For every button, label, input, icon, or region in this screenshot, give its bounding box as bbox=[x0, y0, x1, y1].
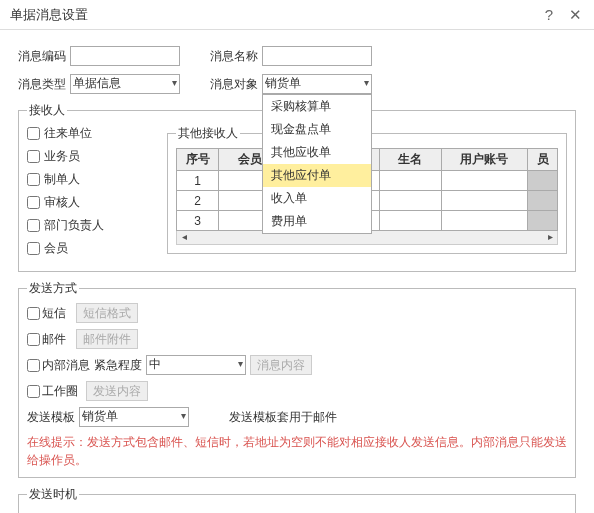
dropdown-option[interactable]: 现金盘点单 bbox=[263, 118, 371, 141]
mail-label: 邮件 bbox=[42, 331, 72, 348]
dialog-window: 单据消息设置 ? ✕ 消息编码 消息名称 消息类型 单据信息 ▾ bbox=[0, 0, 594, 513]
recipients-legend: 接收人 bbox=[27, 102, 67, 119]
recipient-label: 审核人 bbox=[44, 194, 80, 211]
recipient-checkbox[interactable] bbox=[27, 196, 40, 209]
workcircle-content-button[interactable]: 发送内容 bbox=[86, 381, 148, 401]
target-select-value: 销货单 bbox=[265, 76, 301, 90]
sms-checkbox[interactable] bbox=[27, 307, 40, 320]
recipient-checkbox[interactable] bbox=[27, 219, 40, 232]
type-select-value: 单据信息 bbox=[73, 76, 121, 90]
sms-label: 短信 bbox=[42, 305, 72, 322]
mail-attachment-button[interactable]: 邮件附件 bbox=[76, 329, 138, 349]
template-label: 发送模板 bbox=[27, 409, 79, 426]
chevron-down-icon: ▾ bbox=[364, 77, 369, 88]
template-select[interactable]: 销货单 ▾ bbox=[79, 407, 189, 427]
content-area: 消息编码 消息名称 消息类型 单据信息 ▾ 消息对象 销货单 ▾ bbox=[0, 30, 594, 513]
send-timing-legend: 发送时机 bbox=[27, 486, 79, 503]
dropdown-option[interactable]: 采购核算单 bbox=[263, 95, 371, 118]
type-label: 消息类型 bbox=[18, 76, 70, 93]
other-recipients-legend: 其他接收人 bbox=[176, 125, 240, 142]
recipient-label: 部门负责人 bbox=[44, 217, 104, 234]
chevron-down-icon: ▾ bbox=[172, 77, 177, 88]
table-header: 员 bbox=[528, 149, 558, 171]
recipient-checkbox[interactable] bbox=[27, 150, 40, 163]
scroll-left-icon[interactable]: ◂ bbox=[177, 231, 191, 244]
workcircle-checkbox[interactable] bbox=[27, 385, 40, 398]
table-header: 序号 bbox=[177, 149, 219, 171]
dropdown-option[interactable]: 其他应收单 bbox=[263, 141, 371, 164]
recipient-checkbox[interactable] bbox=[27, 242, 40, 255]
internal-checkbox[interactable] bbox=[27, 359, 40, 372]
scroll-right-icon[interactable]: ▸ bbox=[543, 231, 557, 244]
window-title: 单据消息设置 bbox=[10, 6, 532, 24]
send-method-legend: 发送方式 bbox=[27, 280, 79, 297]
close-icon[interactable]: ✕ bbox=[566, 6, 584, 24]
chevron-down-icon: ▾ bbox=[238, 358, 243, 369]
recipient-label: 会员 bbox=[44, 240, 68, 257]
chevron-down-icon: ▾ bbox=[181, 410, 186, 421]
dropdown-option[interactable]: 费用单 bbox=[263, 210, 371, 233]
dropdown-option[interactable]: 其他应付单 bbox=[263, 164, 371, 187]
send-method-fieldset: 发送方式 短信 短信格式 邮件 邮件附件 内部消息 紧急程度 中 ▾ 消息内容 bbox=[18, 280, 576, 478]
recipient-label: 制单人 bbox=[44, 171, 80, 188]
recipients-checklist: 往来单位 业务员 制单人 审核人 部门负责人 会员 bbox=[27, 125, 157, 263]
name-input[interactable] bbox=[262, 46, 372, 66]
online-hint: 在线提示：发送方式包含邮件、短信时，若地址为空则不能对相应接收人发送信息。内部消… bbox=[27, 433, 567, 469]
internal-content-button[interactable]: 消息内容 bbox=[250, 355, 312, 375]
sms-format-button[interactable]: 短信格式 bbox=[76, 303, 138, 323]
template-note: 发送模板套用于邮件 bbox=[229, 409, 337, 426]
table-header: 用户账号 bbox=[441, 149, 528, 171]
mail-checkbox[interactable] bbox=[27, 333, 40, 346]
help-icon[interactable]: ? bbox=[540, 6, 558, 24]
urgency-value: 中 bbox=[149, 357, 161, 371]
send-timing-fieldset: 发送时机 保存 审核 弃审 删除 取消中止 中止 bbox=[18, 486, 576, 513]
recipient-label: 往来单位 bbox=[44, 125, 92, 142]
dropdown-option[interactable]: 收入单 bbox=[263, 187, 371, 210]
workcircle-label: 工作圈 bbox=[42, 383, 82, 400]
internal-label: 内部消息 bbox=[42, 357, 90, 374]
urgency-label: 紧急程度 bbox=[94, 357, 142, 374]
name-label: 消息名称 bbox=[210, 48, 262, 65]
recipient-checkbox[interactable] bbox=[27, 173, 40, 186]
type-select[interactable]: 单据信息 ▾ bbox=[70, 74, 180, 94]
target-dropdown[interactable]: 采购核算单 现金盘点单 其他应收单 其他应付单 收入单 费用单 bbox=[262, 94, 372, 234]
code-label: 消息编码 bbox=[18, 48, 70, 65]
recipient-label: 业务员 bbox=[44, 148, 80, 165]
table-header: 生名 bbox=[379, 149, 441, 171]
recipient-checkbox[interactable] bbox=[27, 127, 40, 140]
urgency-select[interactable]: 中 ▾ bbox=[146, 355, 246, 375]
template-value: 销货单 bbox=[82, 409, 118, 423]
target-label: 消息对象 bbox=[210, 76, 262, 93]
target-select[interactable]: 销货单 ▾ bbox=[262, 74, 372, 94]
code-input[interactable] bbox=[70, 46, 180, 66]
title-bar: 单据消息设置 ? ✕ bbox=[0, 0, 594, 30]
